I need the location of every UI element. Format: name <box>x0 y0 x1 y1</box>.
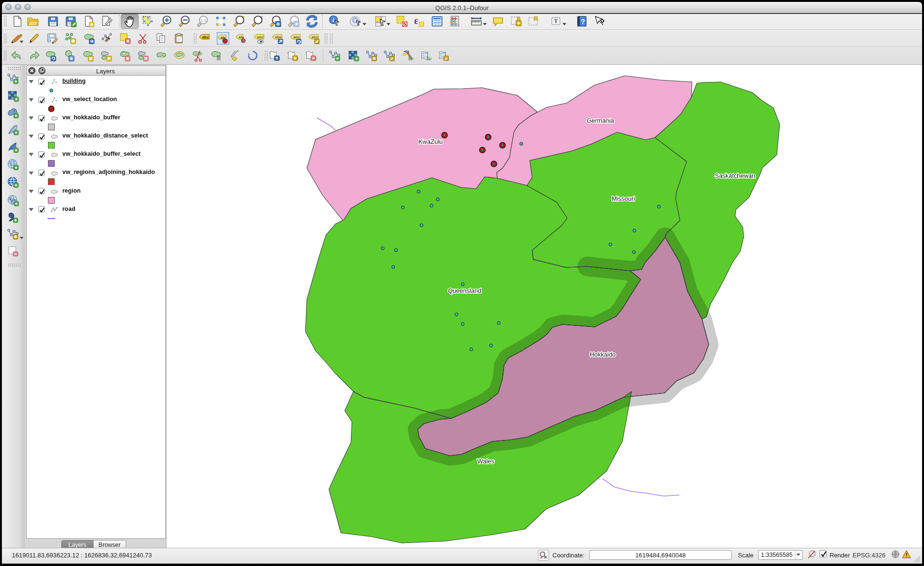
svg-text:ε: ε <box>414 15 418 26</box>
svg-text:T: T <box>554 18 558 24</box>
svg-text:Queensland: Queensland <box>448 287 481 294</box>
svg-text:abc: abc <box>312 35 318 39</box>
svg-text:ab: ab <box>238 35 243 39</box>
svg-text:Hokkaido: Hokkaido <box>590 351 616 358</box>
svg-text:i: i <box>332 16 334 23</box>
svg-text:Saskatchewan: Saskatchewan <box>715 172 756 179</box>
svg-text:abc: abc <box>202 35 209 39</box>
svg-text:?: ? <box>601 18 605 26</box>
svg-text:1:1: 1:1 <box>200 18 206 22</box>
svg-text:abc: abc <box>293 35 300 39</box>
svg-text:Wales: Wales <box>477 458 494 465</box>
svg-text:KwaZulu: KwaZulu <box>419 138 443 145</box>
svg-text:Germania: Germania <box>586 117 614 124</box>
svg-text:?: ? <box>581 18 585 25</box>
svg-text:Missouri: Missouri <box>612 195 635 202</box>
svg-text:abc: abc <box>275 35 282 39</box>
svg-text:abc: abc <box>257 35 264 39</box>
